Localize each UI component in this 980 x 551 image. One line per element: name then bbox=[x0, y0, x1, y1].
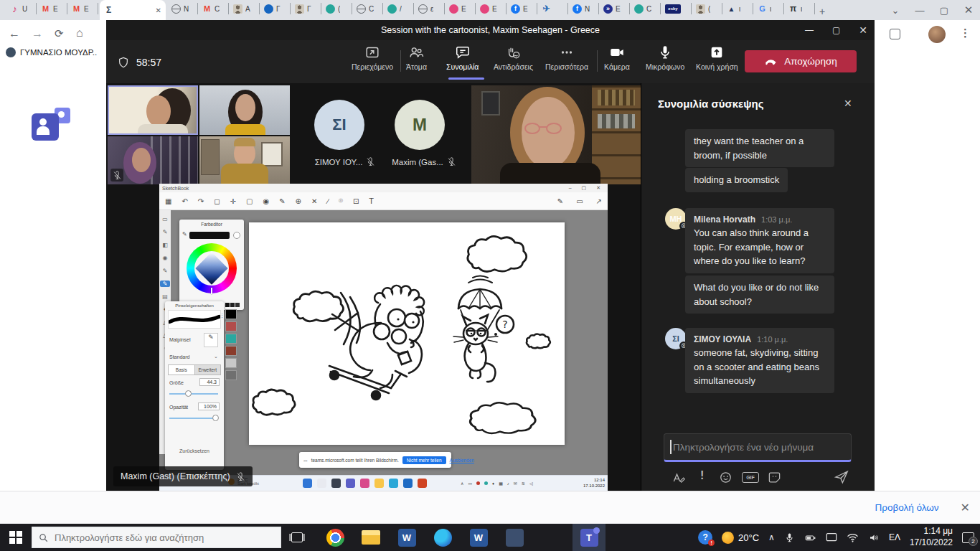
toolbar-reactions-button[interactable]: Αντιδράσεις bbox=[494, 44, 533, 71]
browser-close-button[interactable]: ✕ bbox=[961, 4, 976, 17]
toolbar-content-button[interactable]: Περιεχόμενο bbox=[352, 44, 393, 71]
brush-properties-panel[interactable]: Pinseleigenschaften ⋮ Malpinsel ✎ Standa… bbox=[165, 301, 224, 470]
taskbar-app-edge[interactable] bbox=[425, 524, 461, 551]
toolbar-people-button[interactable]: Άτομα bbox=[406, 44, 427, 71]
mini-swatch[interactable] bbox=[225, 303, 230, 307]
tool-icon[interactable]: ▤ bbox=[162, 293, 168, 300]
chat-message-group[interactable]: Milena Horvath1:03 μ.μ. You can also thi… bbox=[685, 208, 834, 273]
back-icon[interactable]: ← bbox=[9, 27, 20, 40]
drag-dots-icon[interactable]: ⋮ bbox=[220, 313, 225, 319]
sketchbook-window-controls[interactable]: – ▢ ✕ bbox=[569, 185, 605, 191]
drawing-canvas[interactable]: ? bbox=[249, 222, 565, 445]
tab[interactable]: N bbox=[167, 3, 198, 14]
text-tool-icon[interactable]: T bbox=[369, 197, 374, 205]
tray-mic-icon[interactable] bbox=[784, 532, 795, 543]
tab-close-icon[interactable]: ✕ bbox=[156, 6, 161, 14]
wifi-tray-icon[interactable]: ≋ bbox=[522, 481, 525, 486]
color-options-button[interactable] bbox=[233, 232, 240, 239]
taskbar-clock[interactable]: 1:14 μμ 17/10/2022 bbox=[910, 526, 953, 548]
taskbar-app-chrome[interactable] bbox=[317, 524, 353, 551]
tray-cast-icon[interactable] bbox=[826, 532, 837, 542]
browser-maximize-button[interactable]: ▢ bbox=[937, 5, 951, 16]
shared-app-edge-icon[interactable] bbox=[389, 479, 398, 488]
color-swatch[interactable] bbox=[225, 321, 237, 331]
tab[interactable]: A bbox=[229, 3, 260, 14]
tab[interactable]: MΕ bbox=[67, 3, 98, 14]
tray-volume-icon[interactable] bbox=[868, 532, 880, 543]
format-icon[interactable] bbox=[672, 471, 686, 485]
forward-icon[interactable]: → bbox=[32, 27, 43, 40]
shared-app-explorer-icon[interactable] bbox=[374, 479, 384, 488]
weather-tray-widget[interactable]: 20°C bbox=[722, 532, 759, 544]
shared-app-photos-icon[interactable] bbox=[360, 479, 369, 488]
gif-icon[interactable]: GIF bbox=[742, 472, 759, 483]
chat-message-group[interactable]: ΣΙΜΟΥ ΙΟΥΛΙΑ1:10 μ.μ. someone fat, skydi… bbox=[685, 328, 834, 393]
start-button[interactable] bbox=[0, 524, 32, 551]
stop-sharing-button[interactable]: Nicht mehr teilen bbox=[402, 456, 446, 464]
chevron-up-icon[interactable]: ∧ bbox=[461, 481, 463, 486]
tab[interactable]: ▲ι bbox=[722, 3, 753, 14]
priority-icon[interactable]: ! bbox=[700, 469, 704, 482]
participant-avatar-si[interactable]: ΣΙ bbox=[314, 100, 364, 150]
tool-icon[interactable]: ✎ bbox=[163, 268, 168, 274]
mic-tray-icon[interactable]: ♪ bbox=[507, 481, 509, 486]
tab-basic[interactable]: Basis bbox=[168, 364, 195, 375]
tab[interactable]: C bbox=[630, 3, 661, 14]
color-swatch[interactable] bbox=[225, 334, 237, 344]
taskbar-search-box[interactable] bbox=[32, 527, 281, 548]
tab[interactable]: ✈ bbox=[537, 3, 568, 14]
color-swatch[interactable] bbox=[225, 358, 237, 368]
redo-icon[interactable]: ↷ bbox=[198, 197, 204, 205]
chat-input-box[interactable] bbox=[664, 433, 852, 462]
downloads-bar-close-icon[interactable]: ✕ bbox=[961, 501, 970, 514]
eyedropper-icon[interactable]: ✎ bbox=[182, 231, 187, 237]
web-icon[interactable]: ⊕ bbox=[296, 197, 301, 205]
tab[interactable]: Γ bbox=[291, 3, 321, 14]
shared-app-search-icon[interactable] bbox=[317, 479, 326, 488]
tray-icon[interactable] bbox=[484, 481, 488, 485]
shared-app-taskview-icon[interactable] bbox=[331, 479, 341, 488]
tool-icon[interactable]: ▭ bbox=[162, 216, 168, 222]
tray-battery-icon[interactable] bbox=[804, 532, 816, 543]
mini-swatch[interactable] bbox=[230, 303, 235, 307]
tab[interactable]: ( bbox=[321, 3, 352, 14]
lasso-icon[interactable]: ⌾ bbox=[339, 197, 343, 205]
opacity-slider[interactable] bbox=[169, 418, 218, 419]
move-icon[interactable]: ✛ bbox=[230, 197, 236, 205]
tab[interactable]: πι bbox=[784, 3, 815, 14]
browser-menu-icon[interactable]: ⋮ bbox=[960, 27, 971, 39]
size-slider[interactable] bbox=[169, 393, 218, 395]
tray-icon[interactable]: ♦ bbox=[492, 481, 494, 486]
hide-share-bar-link[interactable]: Ausblenden bbox=[450, 458, 474, 463]
emoji-icon[interactable] bbox=[719, 471, 732, 484]
shared-app-chat-icon[interactable] bbox=[346, 479, 355, 488]
tab[interactable]: »E bbox=[599, 3, 630, 14]
color-wheel[interactable] bbox=[187, 243, 237, 293]
shape-icon[interactable]: ▢ bbox=[246, 197, 253, 205]
tab[interactable]: ME bbox=[37, 3, 67, 14]
webcam-tile-2[interactable] bbox=[199, 85, 290, 135]
pencil-icon[interactable]: ✎ bbox=[279, 197, 285, 205]
show-all-downloads-link[interactable]: Προβολή όλων bbox=[875, 502, 939, 513]
toolbar-mic-button[interactable]: Μικρόφωνο bbox=[646, 44, 684, 71]
volume-tray-icon[interactable]: ◁ bbox=[529, 481, 533, 486]
send-icon[interactable] bbox=[834, 469, 849, 485]
color-swatch[interactable] bbox=[225, 346, 237, 356]
size-slider-thumb[interactable] bbox=[185, 390, 192, 397]
opacity-value[interactable]: 100% bbox=[198, 402, 220, 410]
fullscreen-icon[interactable]: ↗ bbox=[596, 197, 602, 205]
chat-input[interactable] bbox=[664, 434, 851, 460]
tray-icon[interactable] bbox=[476, 481, 480, 485]
reload-icon[interactable]: ⟳ bbox=[55, 27, 64, 40]
select-icon[interactable]: ◻ bbox=[214, 197, 220, 205]
tray-icon[interactable]: ▭ bbox=[468, 481, 472, 486]
taskbar-app-word[interactable]: W bbox=[461, 524, 496, 551]
shared-taskbar-icons[interactable] bbox=[303, 479, 427, 488]
mini-swatch[interactable] bbox=[235, 303, 240, 307]
brush-editor-icon[interactable]: ✎ bbox=[557, 197, 563, 205]
taskbar-search-input[interactable] bbox=[55, 532, 263, 543]
opacity-slider-thumb[interactable] bbox=[212, 415, 219, 421]
webcam-tile-4[interactable] bbox=[199, 136, 290, 184]
tab-active[interactable]: Σ✕ bbox=[100, 0, 166, 20]
shared-app-start-icon[interactable] bbox=[303, 479, 312, 488]
